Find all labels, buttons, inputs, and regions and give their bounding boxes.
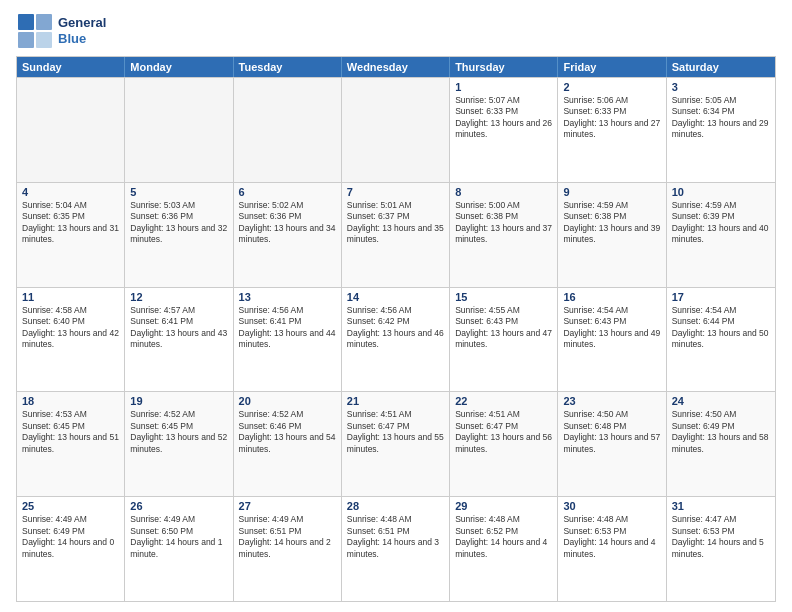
svg-rect-1 [36, 14, 52, 30]
cell-text: Sunrise: 5:00 AMSunset: 6:38 PMDaylight:… [455, 200, 552, 246]
day-number: 17 [672, 291, 770, 303]
calendar: SundayMondayTuesdayWednesdayThursdayFrid… [16, 56, 776, 602]
calendar-cell: 25Sunrise: 4:49 AMSunset: 6:49 PMDayligh… [17, 497, 125, 601]
cell-text: Sunrise: 5:01 AMSunset: 6:37 PMDaylight:… [347, 200, 444, 246]
logo-line1: General [58, 15, 106, 31]
calendar-cell: 7Sunrise: 5:01 AMSunset: 6:37 PMDaylight… [342, 183, 450, 287]
cell-text: Sunrise: 4:51 AMSunset: 6:47 PMDaylight:… [455, 409, 552, 455]
header-day-sunday: Sunday [17, 57, 125, 77]
calendar-row: 4Sunrise: 5:04 AMSunset: 6:35 PMDaylight… [17, 182, 775, 287]
calendar-cell: 22Sunrise: 4:51 AMSunset: 6:47 PMDayligh… [450, 392, 558, 496]
page: General Blue SundayMondayTuesdayWednesda… [0, 0, 792, 612]
cell-text: Sunrise: 5:07 AMSunset: 6:33 PMDaylight:… [455, 95, 552, 141]
calendar-cell [17, 78, 125, 182]
calendar-cell: 20Sunrise: 4:52 AMSunset: 6:46 PMDayligh… [234, 392, 342, 496]
cell-text: Sunrise: 4:56 AMSunset: 6:41 PMDaylight:… [239, 305, 336, 351]
calendar-cell: 8Sunrise: 5:00 AMSunset: 6:38 PMDaylight… [450, 183, 558, 287]
day-number: 29 [455, 500, 552, 512]
calendar-cell: 28Sunrise: 4:48 AMSunset: 6:51 PMDayligh… [342, 497, 450, 601]
cell-text: Sunrise: 4:50 AMSunset: 6:49 PMDaylight:… [672, 409, 770, 455]
calendar-cell: 29Sunrise: 4:48 AMSunset: 6:52 PMDayligh… [450, 497, 558, 601]
day-number: 25 [22, 500, 119, 512]
calendar-cell: 19Sunrise: 4:52 AMSunset: 6:45 PMDayligh… [125, 392, 233, 496]
day-number: 8 [455, 186, 552, 198]
cell-text: Sunrise: 4:55 AMSunset: 6:43 PMDaylight:… [455, 305, 552, 351]
day-number: 3 [672, 81, 770, 93]
calendar-body: 1Sunrise: 5:07 AMSunset: 6:33 PMDaylight… [17, 77, 775, 601]
calendar-row: 11Sunrise: 4:58 AMSunset: 6:40 PMDayligh… [17, 287, 775, 392]
day-number: 15 [455, 291, 552, 303]
cell-text: Sunrise: 4:53 AMSunset: 6:45 PMDaylight:… [22, 409, 119, 455]
day-number: 30 [563, 500, 660, 512]
header: General Blue [16, 12, 776, 50]
calendar-cell: 31Sunrise: 4:47 AMSunset: 6:53 PMDayligh… [667, 497, 775, 601]
cell-text: Sunrise: 4:47 AMSunset: 6:53 PMDaylight:… [672, 514, 770, 560]
day-number: 24 [672, 395, 770, 407]
svg-rect-2 [18, 32, 34, 48]
cell-text: Sunrise: 4:49 AMSunset: 6:50 PMDaylight:… [130, 514, 227, 560]
cell-text: Sunrise: 4:50 AMSunset: 6:48 PMDaylight:… [563, 409, 660, 455]
cell-text: Sunrise: 5:02 AMSunset: 6:36 PMDaylight:… [239, 200, 336, 246]
calendar-cell: 14Sunrise: 4:56 AMSunset: 6:42 PMDayligh… [342, 288, 450, 392]
calendar-cell: 5Sunrise: 5:03 AMSunset: 6:36 PMDaylight… [125, 183, 233, 287]
header-day-friday: Friday [558, 57, 666, 77]
day-number: 13 [239, 291, 336, 303]
cell-text: Sunrise: 4:48 AMSunset: 6:53 PMDaylight:… [563, 514, 660, 560]
cell-text: Sunrise: 4:49 AMSunset: 6:49 PMDaylight:… [22, 514, 119, 560]
calendar-row: 18Sunrise: 4:53 AMSunset: 6:45 PMDayligh… [17, 391, 775, 496]
day-number: 9 [563, 186, 660, 198]
day-number: 31 [672, 500, 770, 512]
cell-text: Sunrise: 4:49 AMSunset: 6:51 PMDaylight:… [239, 514, 336, 560]
day-number: 12 [130, 291, 227, 303]
cell-text: Sunrise: 4:54 AMSunset: 6:44 PMDaylight:… [672, 305, 770, 351]
cell-text: Sunrise: 5:06 AMSunset: 6:33 PMDaylight:… [563, 95, 660, 141]
calendar-cell: 21Sunrise: 4:51 AMSunset: 6:47 PMDayligh… [342, 392, 450, 496]
calendar-cell: 10Sunrise: 4:59 AMSunset: 6:39 PMDayligh… [667, 183, 775, 287]
cell-text: Sunrise: 4:51 AMSunset: 6:47 PMDaylight:… [347, 409, 444, 455]
day-number: 28 [347, 500, 444, 512]
header-day-saturday: Saturday [667, 57, 775, 77]
cell-text: Sunrise: 4:48 AMSunset: 6:52 PMDaylight:… [455, 514, 552, 560]
calendar-cell: 24Sunrise: 4:50 AMSunset: 6:49 PMDayligh… [667, 392, 775, 496]
logo-text: General Blue [58, 15, 106, 46]
day-number: 19 [130, 395, 227, 407]
calendar-cell [234, 78, 342, 182]
day-number: 7 [347, 186, 444, 198]
calendar-cell: 9Sunrise: 4:59 AMSunset: 6:38 PMDaylight… [558, 183, 666, 287]
cell-text: Sunrise: 4:59 AMSunset: 6:39 PMDaylight:… [672, 200, 770, 246]
day-number: 22 [455, 395, 552, 407]
cell-text: Sunrise: 4:58 AMSunset: 6:40 PMDaylight:… [22, 305, 119, 351]
calendar-cell: 17Sunrise: 4:54 AMSunset: 6:44 PMDayligh… [667, 288, 775, 392]
calendar-cell: 12Sunrise: 4:57 AMSunset: 6:41 PMDayligh… [125, 288, 233, 392]
day-number: 20 [239, 395, 336, 407]
header-day-tuesday: Tuesday [234, 57, 342, 77]
logo: General Blue [16, 12, 106, 50]
calendar-cell: 26Sunrise: 4:49 AMSunset: 6:50 PMDayligh… [125, 497, 233, 601]
calendar-cell [342, 78, 450, 182]
cell-text: Sunrise: 4:52 AMSunset: 6:45 PMDaylight:… [130, 409, 227, 455]
calendar-cell: 3Sunrise: 5:05 AMSunset: 6:34 PMDaylight… [667, 78, 775, 182]
cell-text: Sunrise: 4:48 AMSunset: 6:51 PMDaylight:… [347, 514, 444, 560]
calendar-cell: 11Sunrise: 4:58 AMSunset: 6:40 PMDayligh… [17, 288, 125, 392]
logo-svg [16, 12, 54, 50]
day-number: 6 [239, 186, 336, 198]
day-number: 1 [455, 81, 552, 93]
day-number: 21 [347, 395, 444, 407]
day-number: 14 [347, 291, 444, 303]
calendar-cell: 27Sunrise: 4:49 AMSunset: 6:51 PMDayligh… [234, 497, 342, 601]
calendar-header: SundayMondayTuesdayWednesdayThursdayFrid… [17, 57, 775, 77]
calendar-row: 1Sunrise: 5:07 AMSunset: 6:33 PMDaylight… [17, 77, 775, 182]
calendar-cell: 16Sunrise: 4:54 AMSunset: 6:43 PMDayligh… [558, 288, 666, 392]
day-number: 11 [22, 291, 119, 303]
calendar-cell: 15Sunrise: 4:55 AMSunset: 6:43 PMDayligh… [450, 288, 558, 392]
calendar-cell: 1Sunrise: 5:07 AMSunset: 6:33 PMDaylight… [450, 78, 558, 182]
cell-text: Sunrise: 5:04 AMSunset: 6:35 PMDaylight:… [22, 200, 119, 246]
calendar-cell: 2Sunrise: 5:06 AMSunset: 6:33 PMDaylight… [558, 78, 666, 182]
day-number: 2 [563, 81, 660, 93]
cell-text: Sunrise: 4:52 AMSunset: 6:46 PMDaylight:… [239, 409, 336, 455]
calendar-cell: 23Sunrise: 4:50 AMSunset: 6:48 PMDayligh… [558, 392, 666, 496]
calendar-cell: 30Sunrise: 4:48 AMSunset: 6:53 PMDayligh… [558, 497, 666, 601]
day-number: 27 [239, 500, 336, 512]
calendar-cell [125, 78, 233, 182]
cell-text: Sunrise: 5:05 AMSunset: 6:34 PMDaylight:… [672, 95, 770, 141]
